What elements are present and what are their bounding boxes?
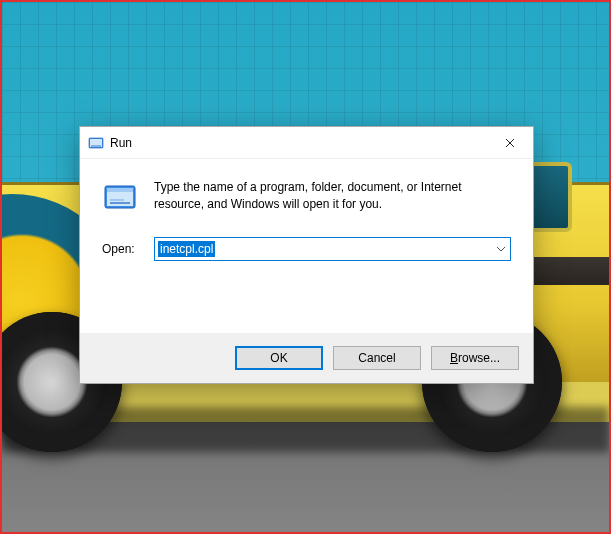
open-input[interactable] [155,238,492,260]
svg-rect-4 [107,188,133,192]
browse-label-tail: rowse... [458,351,500,365]
run-icon [88,135,104,151]
cancel-button[interactable]: Cancel [333,346,421,370]
close-button[interactable] [487,127,533,159]
browse-button[interactable]: Browse... [431,346,519,370]
ok-button[interactable]: OK [235,346,323,370]
open-combobox[interactable]: inetcpl.cpl [154,237,511,261]
dialog-description: Type the name of a program, folder, docu… [154,179,511,214]
button-row: OK Cancel Browse... [80,333,533,383]
open-label: Open: [102,242,142,256]
close-icon [505,138,515,148]
dropdown-button[interactable] [492,238,510,260]
run-icon [102,179,138,215]
titlebar[interactable]: Run [80,127,533,159]
run-dialog: Run Type the name of a program, folder, … [79,126,534,384]
dialog-title: Run [110,136,487,150]
chevron-down-icon [496,246,506,252]
